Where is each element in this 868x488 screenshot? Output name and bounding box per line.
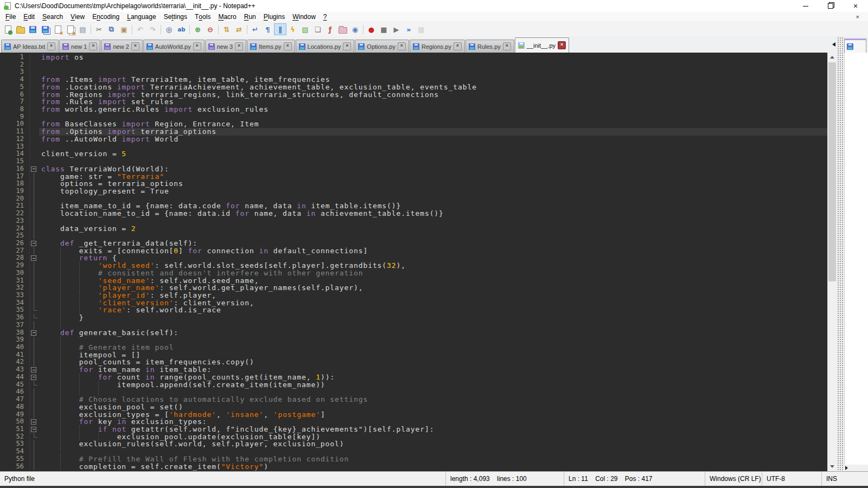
tab-autoworld-py[interactable]: AutoWorld.py×: [143, 40, 205, 53]
code-line[interactable]: 24 data_version = 2: [0, 225, 827, 233]
document-map-button[interactable]: ▧: [299, 23, 311, 35]
code-line[interactable]: 38 def generate_basic(self):: [0, 329, 827, 337]
code-text[interactable]: exclusion_types = ['hardmode', 'insane',…: [39, 411, 827, 419]
line-number[interactable]: 51: [0, 426, 29, 433]
save-all-button[interactable]: [39, 23, 52, 35]
fold-marker-icon[interactable]: [29, 418, 39, 426]
tab-regions-py[interactable]: Regions.py×: [410, 40, 465, 53]
code-text[interactable]: [39, 61, 827, 69]
code-text[interactable]: itempool.append(self.create_item(item_na…: [39, 381, 827, 389]
print-button[interactable]: ▤: [76, 23, 89, 35]
find-button[interactable]: ◎: [163, 23, 175, 35]
code-line[interactable]: 56 completion = self.create_item("Victor…: [0, 463, 827, 471]
fold-marker-icon[interactable]: [29, 165, 39, 173]
code-line[interactable]: 15: [0, 158, 827, 165]
line-number[interactable]: 33: [0, 292, 29, 299]
line-number[interactable]: 26: [0, 240, 29, 247]
code-text[interactable]: [39, 448, 827, 455]
monitoring-button[interactable]: ◉: [349, 23, 361, 35]
code-text[interactable]: # Choose locations to automatically excl…: [39, 396, 827, 403]
line-number[interactable]: 44: [0, 374, 29, 381]
menu-item-file[interactable]: File: [2, 12, 20, 22]
line-number[interactable]: 13: [0, 143, 29, 151]
code-line[interactable]: 40 # Generate item pool: [0, 344, 827, 351]
line-number[interactable]: 17: [0, 173, 29, 181]
code-line[interactable]: 54: [0, 448, 827, 455]
scrollbar-thumb[interactable]: [828, 62, 836, 281]
menu-item-search[interactable]: Search: [39, 12, 67, 22]
code-line[interactable]: 6from .Regions import terraria_regions, …: [0, 91, 827, 99]
code-line[interactable]: 28 return {: [0, 254, 827, 262]
maximize-button-icon[interactable]: [818, 0, 843, 12]
tab-new-3[interactable]: new 3×: [205, 40, 246, 53]
code-text[interactable]: def _get_terraria_data(self):: [39, 240, 827, 247]
code-line[interactable]: 18 options = terraria_options: [0, 180, 827, 188]
code-line[interactable]: 44 for count in range(pool_counts.get(it…: [0, 374, 827, 381]
code-text[interactable]: [39, 217, 827, 225]
line-number[interactable]: 12: [0, 136, 29, 143]
code-text[interactable]: 'player_id': self.player,: [39, 292, 827, 299]
tab-close-icon[interactable]: ×: [235, 42, 243, 50]
save-button[interactable]: [27, 23, 39, 35]
code-text[interactable]: [39, 232, 827, 240]
line-number[interactable]: 23: [0, 217, 29, 225]
show-indent-guide-button[interactable]: ∥: [274, 23, 286, 35]
code-text[interactable]: [39, 336, 827, 344]
code-line[interactable]: 16class TerrariaWorld(World):: [0, 165, 827, 173]
line-number[interactable]: 30: [0, 269, 29, 277]
code-line[interactable]: 27 exits = [connection[0] for connection…: [0, 247, 827, 255]
code-text[interactable]: [39, 388, 827, 396]
code-line[interactable]: 7from .Rules import set_rules: [0, 98, 827, 106]
code-line[interactable]: 35 'race': self.world.is_race: [0, 306, 827, 314]
secondary-view-body[interactable]: [844, 53, 868, 465]
fold-marker-icon[interactable]: [29, 240, 39, 247]
code-text[interactable]: }: [39, 314, 827, 322]
code-line[interactable]: 31 'seed_name': self.world.seed_name,: [0, 277, 827, 285]
tab-items-py[interactable]: Items.py×: [247, 40, 295, 53]
scroll-down-icon[interactable]: [828, 462, 837, 471]
code-line[interactable]: 14client_version = 5: [0, 150, 827, 158]
code-text[interactable]: exits = [connection[0] for connection in…: [39, 247, 827, 255]
line-number[interactable]: 38: [0, 329, 29, 337]
code-text[interactable]: from .Items import TerrariaItem, item_ta…: [39, 76, 827, 84]
line-number[interactable]: 42: [0, 358, 29, 366]
copy-button[interactable]: ⧉: [105, 23, 118, 35]
close-button[interactable]: [52, 23, 64, 35]
code-text[interactable]: [39, 322, 827, 329]
tab-locations-py[interactable]: Locations.py×: [296, 40, 355, 53]
code-text[interactable]: # Generate item pool: [39, 344, 827, 351]
code-text[interactable]: 'player_name': self.world.get_player_nam…: [39, 284, 827, 292]
code-line[interactable]: 52 exclusion_pool.update(exclusion_table…: [0, 433, 827, 441]
line-number[interactable]: 14: [0, 150, 29, 158]
tab-close-icon[interactable]: ×: [193, 42, 201, 50]
code-line[interactable]: 23: [0, 217, 827, 225]
line-number[interactable]: 27: [0, 247, 29, 255]
code-line[interactable]: 8from worlds.generic.Rules import exclus…: [0, 106, 827, 113]
code-line[interactable]: 48 exclusion_pool = set(): [0, 403, 827, 411]
tab-close-icon[interactable]: ×: [503, 42, 511, 50]
function-list-button[interactable]: ƒ: [324, 23, 336, 35]
line-number[interactable]: 40: [0, 344, 29, 351]
document-close-icon[interactable]: ×: [856, 14, 859, 20]
menu-item-help[interactable]: ?: [320, 12, 331, 22]
show-all-characters-button[interactable]: ¶: [261, 23, 274, 35]
line-number[interactable]: 3: [0, 68, 29, 76]
code-text[interactable]: for item_name in item_table:: [39, 366, 827, 374]
line-number[interactable]: 32: [0, 284, 29, 292]
menu-item-run[interactable]: Run: [240, 12, 260, 22]
undo-button[interactable]: ↶: [134, 23, 146, 35]
line-number[interactable]: 35: [0, 306, 29, 314]
code-line[interactable]: 42 pool_counts = item_frequencies.copy(): [0, 358, 827, 366]
code-text[interactable]: [39, 158, 827, 165]
line-number[interactable]: 48: [0, 403, 29, 411]
menu-item-plugins[interactable]: Plugins: [260, 12, 289, 22]
code-line[interactable]: 32 'player_name': self.world.get_player_…: [0, 284, 827, 292]
code-line[interactable]: 34 'client_version': client_version,: [0, 299, 827, 307]
line-number[interactable]: 28: [0, 254, 29, 262]
tab-scroll-left-icon[interactable]: [832, 42, 835, 47]
code-line[interactable]: 41 itempool = []: [0, 351, 827, 359]
line-number[interactable]: 55: [0, 455, 29, 463]
macro-stop-button[interactable]: ■: [378, 23, 390, 35]
code-line[interactable]: 39: [0, 336, 827, 344]
tab-close-icon[interactable]: ×: [343, 42, 351, 50]
